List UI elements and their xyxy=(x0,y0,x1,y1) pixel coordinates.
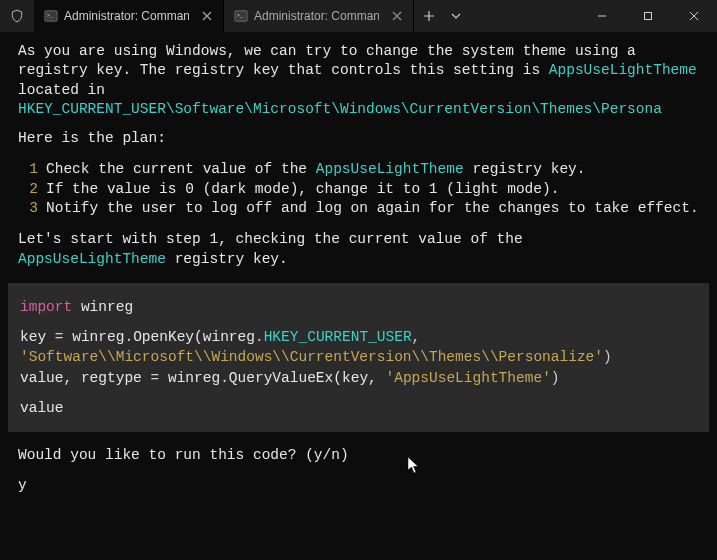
code-block: import winreg key = winreg.OpenKey(winre… xyxy=(8,283,709,432)
tab-1[interactable]: >_ Administrator: Command Pro xyxy=(34,0,224,32)
list-item: 1 Check the current value of the AppsUse… xyxy=(18,160,699,179)
text: located in xyxy=(18,82,105,98)
assistant-text: As you are using Windows, we can try to … xyxy=(18,42,699,119)
tab-dropdown[interactable] xyxy=(444,0,468,32)
titlebar: >_ Administrator: Command Pro >_ Adminis… xyxy=(0,0,717,32)
run-prompt: Would you like to run this code? (y/n) xyxy=(18,446,699,465)
terminal-window: >_ Administrator: Command Pro >_ Adminis… xyxy=(0,0,717,560)
terminal-content[interactable]: As you are using Windows, we can try to … xyxy=(0,32,717,560)
close-button[interactable] xyxy=(671,0,717,32)
maximize-button[interactable] xyxy=(625,0,671,32)
user-input: y xyxy=(18,476,699,495)
tab-1-close[interactable] xyxy=(199,8,215,24)
list-item: 3 Notify the user to log off and log on … xyxy=(18,199,699,218)
svg-rect-4 xyxy=(645,13,652,20)
tab-2[interactable]: >_ Administrator: Command Pron xyxy=(224,0,414,32)
tab-strip: >_ Administrator: Command Pro >_ Adminis… xyxy=(34,0,579,32)
minimize-button[interactable] xyxy=(579,0,625,32)
list-number: 1 xyxy=(18,160,46,179)
cmd-icon: >_ xyxy=(44,9,58,23)
app-shield-icon xyxy=(0,0,34,32)
plan-list: 1 Check the current value of the AppsUse… xyxy=(18,160,699,218)
assistant-text-2: Let's start with step 1, checking the cu… xyxy=(18,230,699,269)
registry-key-name: AppsUseLightTheme xyxy=(549,62,697,78)
tab-2-close[interactable] xyxy=(389,8,405,24)
list-number: 3 xyxy=(18,199,46,218)
cmd-icon: >_ xyxy=(234,9,248,23)
window-controls xyxy=(579,0,717,32)
text: As you are using Windows, we can try to … xyxy=(18,43,636,78)
tab-2-title: Administrator: Command Pron xyxy=(254,9,379,23)
list-number: 2 xyxy=(18,180,46,199)
tab-1-title: Administrator: Command Pro xyxy=(64,9,189,23)
new-tab-button[interactable] xyxy=(414,0,444,32)
registry-path: HKEY_CURRENT_USER\Software\Microsoft\Win… xyxy=(18,101,662,117)
list-item: 2 If the value is 0 (dark mode), change … xyxy=(18,180,699,199)
svg-text:>_: >_ xyxy=(47,13,54,19)
svg-text:>_: >_ xyxy=(237,13,244,19)
plan-intro: Here is the plan: xyxy=(18,129,699,148)
